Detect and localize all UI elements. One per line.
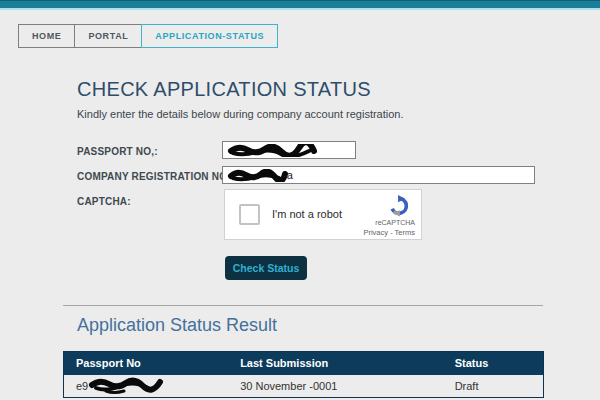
terms-link[interactable]: Terms xyxy=(395,228,415,237)
recaptcha-checkbox-label: I'm not a robot xyxy=(272,208,342,220)
cell-last-submission: 30 November -0001 xyxy=(228,375,443,398)
top-accent-bar xyxy=(0,0,600,10)
tab-application-status[interactable]: APPLICATION-STATUS xyxy=(141,24,278,48)
privacy-link[interactable]: Privacy xyxy=(363,228,388,237)
table-row: e9 30 November -0001 Draft xyxy=(64,375,544,398)
redaction-scribble xyxy=(227,144,319,157)
company-registration-input[interactable]: -a xyxy=(222,166,535,184)
recaptcha-checkbox[interactable] xyxy=(239,204,260,225)
recaptcha-links: Privacy - Terms xyxy=(363,228,415,237)
section-divider xyxy=(63,305,543,306)
redaction-scribble xyxy=(88,377,166,395)
page-title: CHECK APPLICATION STATUS xyxy=(77,78,371,101)
tab-portal[interactable]: PORTAL xyxy=(74,24,142,48)
recaptcha-brand-label: reCAPTCHA xyxy=(375,219,415,226)
header-status: Status xyxy=(443,352,544,375)
passport-label: PASSPORT NO,: xyxy=(77,146,158,157)
tab-home[interactable]: HOME xyxy=(18,24,75,48)
captcha-label: CAPTCHA: xyxy=(77,196,131,207)
redaction-scribble xyxy=(227,169,289,182)
application-status-table: Passport No Last Submission Status e9 30… xyxy=(63,351,544,398)
page-subtitle: Kindly enter the details below during co… xyxy=(77,108,404,120)
cell-status: Draft xyxy=(443,375,544,398)
passport-input[interactable] xyxy=(222,141,356,159)
company-value-suffix: -a xyxy=(283,169,293,181)
header-last-submission: Last Submission xyxy=(228,352,443,375)
nav-tabs: HOME PORTAL APPLICATION-STATUS xyxy=(18,24,278,48)
company-registration-label: COMPANY REGISTRATION NO.: xyxy=(77,171,234,182)
table-header-row: Passport No Last Submission Status xyxy=(64,352,544,375)
recaptcha-logo-icon xyxy=(388,195,410,217)
result-heading: Application Status Result xyxy=(77,315,277,336)
page: HOME PORTAL APPLICATION-STATUS CHECK APP… xyxy=(0,0,600,400)
recaptcha-widget: I'm not a robot reCAPTCHA Privacy - Term… xyxy=(224,189,422,240)
cell-passport-no: e9 xyxy=(64,375,229,398)
header-passport-no: Passport No xyxy=(64,352,229,375)
check-status-button[interactable]: Check Status xyxy=(225,256,307,280)
passport-visible-text: e9 xyxy=(76,380,88,392)
